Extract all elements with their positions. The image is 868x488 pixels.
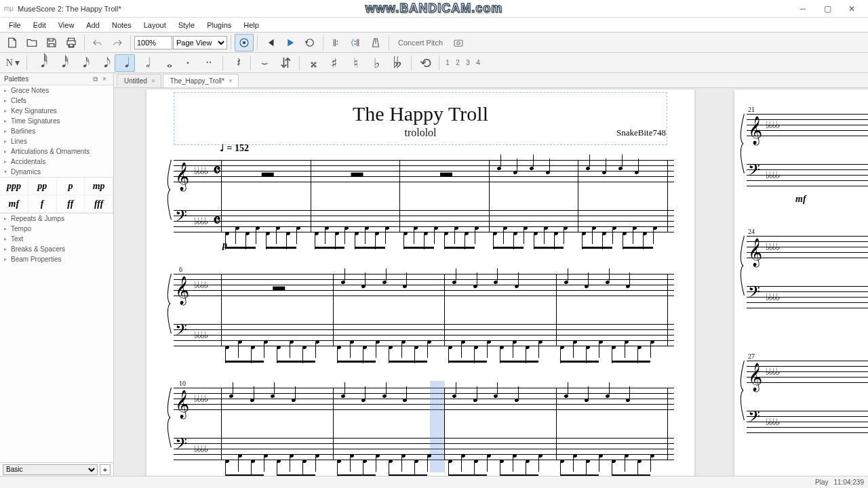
repeat-end-button[interactable] <box>347 34 366 52</box>
dynamic-mf[interactable]: mf <box>0 195 28 213</box>
voice-4[interactable]: 4 <box>473 59 483 66</box>
duration-8th[interactable]: 𝅘𝅥𝅮 <box>94 54 114 72</box>
double-sharp-button[interactable]: 𝄪 <box>303 54 323 72</box>
view-mode-select[interactable]: Page View <box>173 36 227 49</box>
tie-button[interactable]: ⌣ <box>254 54 275 72</box>
play-button[interactable] <box>281 34 300 52</box>
music-system-1[interactable]: 𝄞 ♭♭♭♭ 𝄴 𝄢 ♭♭♭♭ 𝄴 p ▬▬▬ <box>174 160 674 233</box>
maximize-button[interactable]: ▢ <box>815 1 840 17</box>
duration-quarter[interactable]: 𝅘𝅥 <box>115 54 135 72</box>
palette-time-signatures[interactable]: ▸Time Signatures <box>0 116 113 126</box>
dynamic-mf-mark[interactable]: mf <box>795 194 806 205</box>
voice-2[interactable]: 2 <box>453 59 462 66</box>
duration-32nd[interactable]: 𝅘𝅥𝅰 <box>52 54 72 72</box>
score-title[interactable]: The Happy Troll <box>174 102 667 125</box>
minimize-button[interactable]: ─ <box>791 1 815 17</box>
close-button[interactable]: ✕ <box>840 1 864 17</box>
palette-articulations[interactable]: ▸Articulations & Ornaments <box>0 146 113 157</box>
music-system-2[interactable]: 𝄞♭♭♭♭ 𝄢♭♭♭♭ ▬ <box>174 274 674 347</box>
tab-untitled[interactable]: Untitled× <box>117 74 161 87</box>
palette-preset-select[interactable]: Basic <box>3 464 98 475</box>
menu-layout[interactable]: Layout <box>138 20 172 30</box>
screenshot-button[interactable] <box>449 34 468 52</box>
menu-edit[interactable]: Edit <box>27 20 52 30</box>
score-canvas[interactable]: The Happy Troll trololol SnakeBite748 ♩ … <box>114 88 868 476</box>
sharp-button[interactable]: ♯ <box>324 54 344 72</box>
flip-stem-button[interactable]: ⟲ <box>415 54 435 72</box>
dynamic-ff[interactable]: ff <box>57 195 85 213</box>
music-system-5[interactable]: 𝄞♭♭♭♭ 𝄢♭♭♭♭ <box>747 236 868 309</box>
note-input-button[interactable]: N ▾ <box>3 54 23 72</box>
loop-button[interactable] <box>300 34 319 52</box>
menu-notes[interactable]: Notes <box>106 20 138 30</box>
repeat-start-button[interactable] <box>327 34 346 52</box>
palette-barlines[interactable]: ▸Barlines <box>0 126 113 136</box>
flip-button[interactable]: ⇵ <box>275 54 296 72</box>
tempo-marking[interactable]: ♩ = 152 <box>220 142 249 154</box>
palette-detach-icon[interactable]: ⧉ <box>90 75 100 83</box>
dynamic-pp[interactable]: pp <box>28 178 57 195</box>
dynamic-f[interactable]: f <box>28 195 57 213</box>
duration-dot[interactable]: · <box>178 54 198 72</box>
metronome-button[interactable] <box>366 34 385 52</box>
rest-button[interactable]: 𝄽 <box>226 54 247 72</box>
redo-button[interactable] <box>108 34 127 52</box>
music-system-4[interactable]: 𝄞♭♭♭♭ 𝄢♭♭♭♭ mf <box>747 114 868 187</box>
voice-3[interactable]: 3 <box>463 59 473 66</box>
flat-button[interactable]: ♭ <box>366 54 387 72</box>
save-button[interactable] <box>42 34 61 52</box>
duration-whole[interactable]: 𝅝 <box>157 54 177 72</box>
tab-close-icon[interactable]: × <box>151 77 155 85</box>
palette-repeats[interactable]: ▸Repeats & Jumps <box>0 214 113 224</box>
palette-dynamics[interactable]: ▾Dynamics <box>0 167 113 177</box>
new-button[interactable] <box>3 34 22 52</box>
music-system-3[interactable]: 𝄞♭♭♭♭ 𝄢♭♭♭♭ <box>174 388 674 461</box>
menu-file[interactable]: File <box>3 20 27 30</box>
double-flat-button[interactable]: 𝄫 <box>387 54 408 72</box>
tab-happy-troll[interactable]: The_Happy_Troll*× <box>163 74 239 87</box>
rewind-button[interactable] <box>261 34 280 52</box>
undo-button[interactable] <box>88 34 107 52</box>
palette-beam[interactable]: ▸Beam Properties <box>0 254 113 264</box>
concert-pitch-button[interactable]: Concert Pitch <box>393 39 448 47</box>
svg-point-3 <box>337 43 338 45</box>
menu-add[interactable]: Add <box>80 20 106 30</box>
duration-double-dot[interactable]: ·· <box>199 54 219 72</box>
palette-tempo[interactable]: ▸Tempo <box>0 224 113 234</box>
palette-accidentals[interactable]: ▸Accidentals <box>0 157 113 167</box>
palette-text[interactable]: ▸Text <box>0 234 113 244</box>
palette-close-icon[interactable]: × <box>100 75 109 83</box>
menu-plugins[interactable]: Plugins <box>201 20 237 30</box>
print-button[interactable] <box>62 34 81 52</box>
menu-view[interactable]: View <box>52 20 81 30</box>
score-composer[interactable]: SnakeBite748 <box>616 127 666 138</box>
status-mode: Play <box>815 479 828 486</box>
palette-key-signatures[interactable]: ▸Key Signatures <box>0 106 113 116</box>
voice-1[interactable]: 1 <box>443 59 452 66</box>
open-button[interactable] <box>22 34 41 52</box>
palette-breaks[interactable]: ▸Breaks & Spacers <box>0 244 113 254</box>
palette-header: Palettes ⧉ × <box>0 73 113 85</box>
music-system-6[interactable]: 𝄞♭♭♭♭ 𝄢♭♭♭♭ <box>747 361 868 434</box>
duration-half[interactable]: 𝅗𝅥 <box>136 54 156 72</box>
bar-number: 10 <box>179 380 186 387</box>
score-title-frame[interactable]: The Happy Troll trololol <box>174 92 667 145</box>
duration-64th[interactable]: 𝅘𝅥𝅱 <box>31 54 51 72</box>
dynamic-mp[interactable]: mp <box>85 178 113 195</box>
menu-style[interactable]: Style <box>172 20 201 30</box>
dynamic-ppp[interactable]: ppp <box>0 178 28 195</box>
palette-lines[interactable]: ▸Lines <box>0 136 113 146</box>
palette-grace-notes[interactable]: ▸Grace Notes <box>0 85 113 96</box>
dynamic-p[interactable]: p <box>57 178 85 195</box>
svg-point-1 <box>243 41 246 44</box>
note-input-toggle[interactable] <box>235 34 254 52</box>
tab-close-icon[interactable]: × <box>229 77 233 85</box>
menu-help[interactable]: Help <box>237 20 265 30</box>
duration-16th[interactable]: 𝅘𝅥𝅯 <box>73 54 93 72</box>
zoom-input[interactable] <box>134 36 172 49</box>
natural-button[interactable]: ♮ <box>345 54 366 72</box>
score-subtitle[interactable]: trololol <box>174 127 667 139</box>
palette-add-button[interactable]: + <box>100 464 111 475</box>
palette-clefs[interactable]: ▸Clefs <box>0 96 113 106</box>
dynamic-fff[interactable]: fff <box>85 195 113 213</box>
